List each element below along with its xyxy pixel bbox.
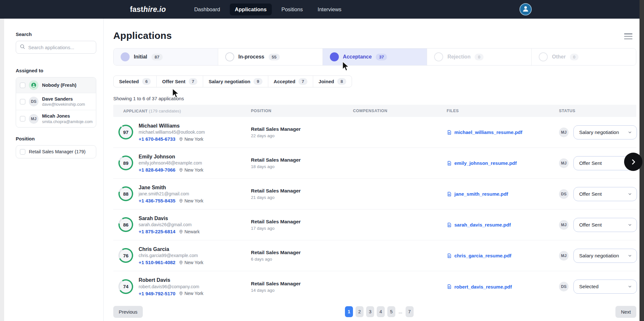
next-candidate-floating-button[interactable] (624, 153, 642, 171)
score-ring: 97 (118, 125, 133, 139)
status-select[interactable]: Offer Sent (573, 218, 637, 232)
fresh-avatar-icon (29, 80, 39, 90)
resume-file-name: chris_garcia_resume.pdf (454, 253, 511, 258)
assignee-name: Dave Sanders (42, 96, 85, 102)
assignee-initials-badge: DS (29, 97, 39, 106)
applied-ago: 21 days ago (251, 195, 353, 200)
assignee-initials-badge: MJ (559, 251, 569, 261)
status-tab-other[interactable]: Other 0 (532, 49, 636, 65)
previous-page-button[interactable]: Previous (113, 306, 143, 318)
col-compensation: COMPENSATION (353, 109, 447, 113)
nav-item-interviews[interactable]: Interviews (313, 4, 347, 15)
applicant-phone-link[interactable]: +1 510-961-4082 (139, 260, 176, 265)
status-select[interactable]: Selected (573, 280, 637, 294)
search-label: Search (16, 31, 96, 37)
resume-file-name: sarah_davis_resume.pdf (454, 222, 511, 227)
assignee-list: Nobody (Fresh) DS Dave Sanders dave@love… (16, 77, 96, 128)
status-tab-rejection[interactable]: Rejection 0 (427, 49, 532, 65)
table-row: 97 Michael Williams michael.williams45@o… (113, 117, 636, 148)
page-button-3[interactable]: 3 (366, 306, 374, 317)
resume-file-link[interactable]: emily_johnson_resume.pdf (447, 160, 559, 166)
subtab-salary-negotiation[interactable]: Salary negotiation 9 (203, 76, 268, 87)
score-value: 89 (120, 157, 132, 169)
search-icon (20, 44, 25, 50)
applicant-phone-link[interactable]: +1 670-845-6733 (139, 136, 176, 142)
subtab-selected[interactable]: Selected 6 (114, 76, 157, 87)
search-input[interactable] (28, 45, 92, 50)
assignee-row-micah[interactable]: MJ Micah Jones smita.chopra@amitoje.com (16, 110, 96, 127)
applicant-location: Newark (185, 229, 200, 234)
applicant-phone-link[interactable]: +1 436-755-8435 (139, 198, 176, 203)
assignee-checkbox[interactable] (20, 83, 25, 88)
assignee-checkbox[interactable] (20, 116, 25, 121)
status-tab-initial[interactable]: Initial 87 (114, 49, 218, 65)
applicant-phone-link[interactable]: +1 875-225-6814 (139, 229, 176, 234)
assignee-row-dave[interactable]: DS Dave Sanders dave@lovekinship.com (16, 93, 96, 110)
nav-item-applications[interactable]: Applications (230, 4, 272, 15)
status-select-value: Offer Sent (579, 191, 602, 197)
score-value: 86 (120, 218, 132, 231)
nav-item-dashboard[interactable]: Dashboard (189, 4, 225, 15)
resume-file-link[interactable]: michael_williams_resume.pdf (447, 129, 559, 135)
resume-file-name: michael_williams_resume.pdf (454, 129, 522, 135)
assignee-checkbox[interactable] (20, 99, 25, 104)
status-tab-in-process[interactable]: In-process 55 (218, 49, 323, 65)
page-button-2[interactable]: 2 (356, 306, 364, 317)
score-ring: 88 (118, 186, 133, 201)
col-applicant: APPLICANT (123, 109, 148, 113)
score-value: 74 (120, 281, 132, 293)
nav-item-positions[interactable]: Positions (276, 4, 308, 15)
page-button-4[interactable]: 4 (377, 306, 385, 317)
status-tab-label: Initial (134, 54, 147, 60)
applicant-name: Sarah Davis (139, 215, 200, 222)
applicant-phone-link[interactable]: +1 949-792-5170 (139, 291, 176, 296)
page-button-1[interactable]: 1 (345, 306, 353, 317)
position-title: Retail Sales Manager (251, 281, 353, 287)
assignee-row-nobody[interactable]: Nobody (Fresh) (16, 77, 96, 93)
assignee-email: dave@lovekinship.com (42, 102, 85, 107)
position-filter-option[interactable]: Retail Sales Manager (179) (16, 146, 96, 158)
subtab-joined[interactable]: Joined 8 (313, 76, 352, 87)
assigned-to-label: Assigned to (16, 68, 96, 73)
applicant-location: New York (185, 137, 203, 142)
next-page-button[interactable]: Next (615, 306, 636, 318)
applied-ago: 17 days ago (251, 226, 353, 231)
status-select[interactable]: Salary negotiation (573, 249, 637, 263)
user-avatar[interactable] (519, 3, 532, 15)
location-pin-icon (179, 199, 183, 203)
resume-file-link[interactable]: sarah_davis_resume.pdf (447, 222, 559, 227)
status-tab-count: 37 (376, 54, 387, 60)
left-edge-strip (0, 19, 4, 321)
applicant-email: chris.garcia99@example.com (139, 253, 203, 258)
position-title: Retail Sales Manager (251, 126, 353, 132)
table-row: 76 Chris Garcia chris.garcia99@example.c… (113, 240, 636, 271)
status-select[interactable]: Salary negotiation (573, 125, 637, 139)
resume-file-link[interactable]: robert_davis_resume.pdf (447, 284, 559, 290)
resume-file-link[interactable]: chris_garcia_resume.pdf (447, 253, 559, 258)
page-button-5[interactable]: 5 (387, 306, 395, 317)
col-status: STATUS (559, 109, 636, 113)
position-title: Retail Sales Manager (251, 157, 353, 163)
status-dot-icon (330, 52, 339, 61)
main-content: Applications Initial 87 In-process 55 Ac… (104, 19, 640, 321)
resume-file-link[interactable]: jane_smith_resume.pdf (447, 191, 559, 197)
menu-icon[interactable] (624, 33, 632, 39)
status-tab-acceptance[interactable]: Acceptance 37 (323, 49, 427, 65)
subtab-label: Offer Sent (162, 79, 185, 84)
applicant-name: Emily Johnson (139, 154, 203, 160)
location-pin-icon (179, 291, 183, 296)
applications-page: fasthire.io Dashboard Applications Posit… (0, 0, 644, 321)
status-select[interactable]: Offer Sent (573, 187, 637, 201)
status-tab-label: In-process (238, 54, 264, 60)
acceptance-sub-tabs: Selected 6 Offer Sent 7 Salary negotiati… (113, 76, 352, 87)
user-icon (522, 5, 529, 14)
status-tab-count: 87 (151, 54, 163, 60)
applicant-name: Jane Smith (139, 184, 203, 191)
resume-file-name: emily_johnson_resume.pdf (454, 160, 517, 166)
applicant-phone-link[interactable]: +1 828-649-7066 (139, 167, 176, 173)
position-option-label: Retail Sales Manager (179) (29, 149, 86, 154)
subtab-offer-sent[interactable]: Offer Sent 7 (157, 76, 203, 87)
subtab-accepted[interactable]: Accepted 7 (268, 76, 313, 87)
page-button-7[interactable]: 7 (406, 306, 414, 317)
position-checkbox[interactable] (20, 149, 25, 155)
